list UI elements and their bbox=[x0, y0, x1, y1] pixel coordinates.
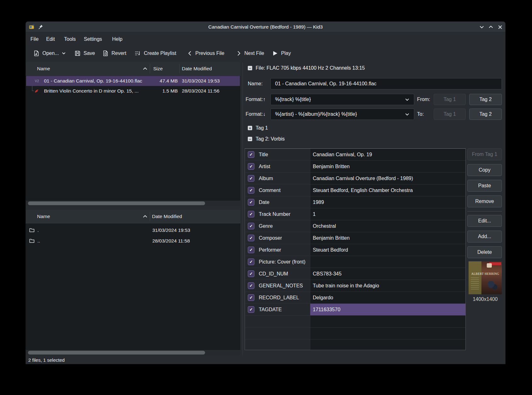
file-section-header[interactable]: − File: FLAC 705 kbps 44100 Hz 2 Channel… bbox=[248, 65, 365, 71]
previous-file-button[interactable]: Previous File bbox=[187, 48, 224, 59]
format-to-filename-label: Format:↓ bbox=[246, 109, 265, 120]
checkbox-checked[interactable]: ✓ bbox=[248, 306, 254, 313]
checkbox-checked[interactable]: ✓ bbox=[248, 282, 254, 289]
tag-row-album[interactable]: ✓Album Canadian Carnival Overture (Bedfo… bbox=[245, 173, 465, 184]
delete-button[interactable]: Delete bbox=[467, 246, 502, 258]
file-list-hscrollbar[interactable] bbox=[26, 200, 240, 206]
file-col-date[interactable]: Date Modified bbox=[182, 62, 212, 75]
folder-list[interactable]: . 31/03/2024 19:53 .. 28/03/2024 11:58 bbox=[26, 223, 240, 350]
copy-button[interactable]: Copy bbox=[467, 164, 502, 176]
menu-edit[interactable]: Edit bbox=[45, 35, 56, 43]
titlebar[interactable]: Canadian Carnival Overture (Bedford - 19… bbox=[26, 22, 505, 32]
tag-row-general-notes[interactable]: ✓GENERAL_NOTES Tube train noise in the A… bbox=[245, 280, 465, 292]
album-cover-thumbnail[interactable]: ALBERT HERRING bbox=[469, 261, 502, 294]
tag-row-performer[interactable]: ✓Performer Steuart Bedford bbox=[245, 244, 465, 256]
folder-row-current[interactable]: . 31/03/2024 19:53 bbox=[26, 225, 240, 236]
checkbox-checked[interactable]: ✓ bbox=[248, 187, 254, 194]
tag-row-tagdate-selected[interactable]: ✓TAGDATE 1711633570 bbox=[245, 304, 465, 316]
tag1-section-label: Tag 1 bbox=[256, 125, 268, 131]
file-col-name[interactable]: Name bbox=[37, 62, 50, 75]
file-list[interactable]: V2 01 - Canadian Carnival, Op. 19-16-441… bbox=[26, 76, 240, 200]
cover-text-lines bbox=[471, 278, 479, 290]
file-row-selected[interactable]: V2 01 - Canadian Carnival, Op. 19-16-441… bbox=[26, 76, 240, 86]
edit-button[interactable]: Edit... bbox=[467, 215, 502, 227]
format-to-filename-combobox[interactable]: %{artist} - %{album}/%{track} %{title} bbox=[270, 109, 414, 120]
tag-row-title[interactable]: ✓Title Canadian Carnival, Op. 19 bbox=[245, 149, 465, 161]
folder-name[interactable]: .. bbox=[37, 236, 40, 246]
maximize-button[interactable] bbox=[487, 23, 495, 31]
tag-row-genre[interactable]: ✓Genre Orchestral bbox=[245, 220, 465, 232]
file-row[interactable]: Britten Violin Concerto in D minor Op. 1… bbox=[26, 86, 240, 96]
tag2-section-header[interactable]: − Tag 2: Vorbis bbox=[248, 136, 285, 142]
play-icon bbox=[272, 51, 278, 56]
chevron-left-icon bbox=[187, 51, 193, 56]
create-playlist-button[interactable]: Create Playlist bbox=[134, 48, 176, 59]
menu-settings[interactable]: Settings bbox=[83, 35, 103, 43]
checkbox-checked[interactable]: ✓ bbox=[248, 247, 254, 253]
from-tag1-button[interactable]: Tag 1 bbox=[434, 94, 466, 105]
tag-row-artist[interactable]: ✓Artist Benjamin Britten bbox=[245, 161, 465, 173]
remove-button[interactable]: Remove bbox=[467, 195, 502, 207]
minimize-button[interactable] bbox=[478, 23, 486, 31]
button-separator bbox=[467, 211, 502, 211]
tag-row-picture[interactable]: ✓Picture: Cover (front) bbox=[245, 256, 465, 268]
kid3-window: Canadian Carnival Overture (Bedford - 19… bbox=[25, 21, 506, 364]
from-tag2-button[interactable]: Tag 2 bbox=[469, 94, 502, 105]
next-file-button[interactable]: Next File bbox=[236, 48, 264, 59]
folder-row-parent[interactable]: .. 28/03/2024 11:58 bbox=[26, 236, 240, 246]
add-button[interactable]: Add... bbox=[467, 231, 502, 243]
from-tag-1-button[interactable]: From Tag 1 bbox=[467, 148, 502, 160]
revert-icon bbox=[102, 50, 109, 56]
paste-button[interactable]: Paste bbox=[467, 180, 502, 192]
open-dropdown-chevron-icon[interactable] bbox=[62, 51, 66, 56]
folder-col-date[interactable]: Date Modified bbox=[152, 210, 182, 223]
to-label: To: bbox=[417, 109, 424, 120]
checkbox-checked[interactable]: ✓ bbox=[248, 259, 254, 265]
checkbox-checked[interactable]: ✓ bbox=[248, 175, 254, 182]
panel-splitter[interactable] bbox=[242, 62, 243, 355]
folder-list-header[interactable]: Name Date Modified bbox=[26, 210, 240, 223]
file-col-size[interactable]: Size bbox=[153, 62, 163, 75]
revert-button[interactable]: Revert bbox=[102, 48, 126, 59]
close-button[interactable] bbox=[496, 23, 504, 31]
tag-row-composer[interactable]: ✓Composer Benjamin Britten bbox=[245, 232, 465, 244]
chevron-down-icon bbox=[405, 112, 410, 117]
folder-name[interactable]: . bbox=[37, 225, 39, 236]
tag1-section-header[interactable]: + Tag 1 bbox=[248, 125, 268, 131]
filename-input[interactable]: 01 - Canadian Carnival, Op. 19-16-44100.… bbox=[270, 78, 502, 89]
play-button[interactable]: Play bbox=[272, 48, 291, 59]
checkbox-checked[interactable]: ✓ bbox=[248, 163, 254, 170]
checkbox-checked[interactable]: ✓ bbox=[248, 270, 254, 277]
checkbox-checked[interactable]: ✓ bbox=[248, 294, 254, 301]
tag-frame-table[interactable]: ✓Title Canadian Carnival, Op. 19 ✓Artist… bbox=[245, 148, 466, 350]
file-name[interactable]: Britten Violin Concerto in D minor Op. 1… bbox=[44, 86, 138, 96]
open-button[interactable]: Open... bbox=[33, 48, 66, 59]
menu-file[interactable]: File bbox=[29, 35, 40, 43]
to-tag1-button[interactable]: Tag 1 bbox=[434, 109, 466, 120]
checkbox-checked[interactable]: ✓ bbox=[248, 211, 254, 217]
checkbox-checked[interactable]: ✓ bbox=[248, 235, 254, 241]
expand-icon[interactable]: + bbox=[248, 126, 252, 130]
checkbox-checked[interactable]: ✓ bbox=[248, 151, 254, 158]
checkbox-checked[interactable]: ✓ bbox=[248, 199, 254, 206]
file-list-header[interactable]: Name Size Date Modified bbox=[26, 62, 240, 76]
format-from-filename-combobox[interactable]: %{track} %{title} bbox=[270, 94, 414, 105]
menu-tools[interactable]: Tools bbox=[63, 35, 77, 43]
tag-row-comment[interactable]: ✓Comment Steuart Bedford, English Chambe… bbox=[245, 184, 465, 196]
folder-list-hscrollbar[interactable] bbox=[26, 350, 240, 355]
sort-ascending-icon bbox=[143, 215, 148, 218]
menu-help[interactable]: Help bbox=[111, 35, 124, 43]
folder-col-name[interactable]: Name bbox=[37, 210, 50, 223]
arrow-up-icon: ↑ bbox=[263, 97, 265, 102]
save-button[interactable]: Save bbox=[74, 48, 95, 59]
collapse-icon[interactable]: − bbox=[248, 137, 252, 141]
collapse-icon[interactable]: − bbox=[248, 66, 252, 70]
tag-row-record-label[interactable]: ✓RECORD_LABEL Delgardo bbox=[245, 292, 465, 304]
to-tag2-button[interactable]: Tag 2 bbox=[469, 109, 502, 120]
checkbox-checked[interactable]: ✓ bbox=[248, 223, 254, 229]
file-name[interactable]: 01 - Canadian Carnival, Op. 19-16-44100.… bbox=[44, 76, 142, 86]
play-label: Play bbox=[281, 51, 291, 56]
tag-row-date[interactable]: ✓Date 1989 bbox=[245, 196, 465, 208]
tag-row-cd-id-num[interactable]: ✓CD_ID_NUM CBS783-345 bbox=[245, 268, 465, 280]
tag-row-track-number[interactable]: ✓Track Number 1 bbox=[245, 208, 465, 220]
